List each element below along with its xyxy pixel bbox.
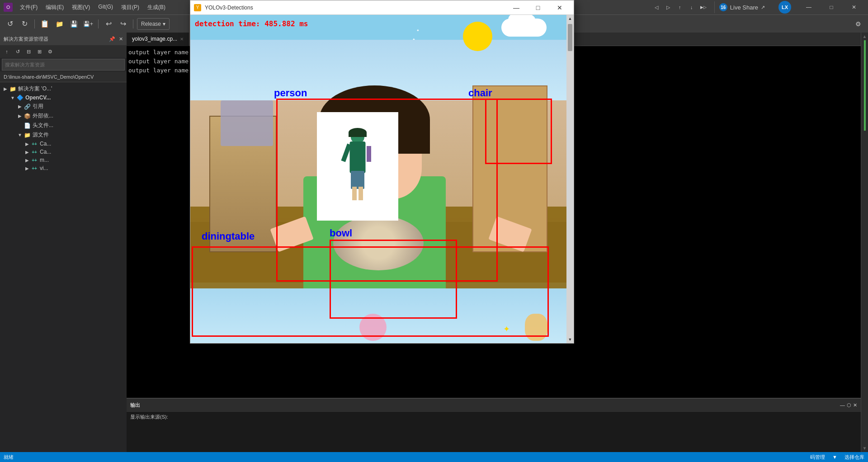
nav-up[interactable]: ↑ (675, 1, 685, 14)
cpp-icon2: ++ (31, 150, 38, 155)
toolbar-save[interactable]: 💾 (67, 18, 80, 30)
tree-solution[interactable]: ▶ 📁 解决方案 'O...' (0, 84, 127, 94)
toolbar-right: ⚙ (852, 18, 864, 30)
se-collapse[interactable]: ⊟ (24, 47, 33, 57)
nav-forward[interactable]: ▷ (663, 1, 674, 14)
tree-label: Ca... (40, 149, 51, 155)
label-chair: chair (468, 87, 492, 99)
ide-right-scrollbar: ▲ ▼ (861, 33, 868, 452)
menu-edit[interactable]: 编辑(E) (42, 2, 67, 13)
toy-basket (221, 100, 273, 146)
toolbar-undo[interactable]: ↺ (4, 18, 16, 30)
tree-headers[interactable]: ▶ 📄 头文件... (0, 121, 127, 130)
tree-arrow: ▶ (16, 113, 24, 118)
tree-m[interactable]: ▶ ++ m... (0, 156, 127, 164)
bbox-bowl (330, 240, 457, 319)
yolo-close[interactable]: ✕ (549, 1, 570, 14)
output-source-bar: 显示输出来源(S): (127, 411, 861, 422)
output-title: 输出 (130, 402, 140, 409)
output-close[interactable]: ✕ (853, 402, 857, 408)
label-diningtable: diningtable (202, 231, 255, 242)
output-minimize[interactable]: — (840, 402, 845, 408)
se-refresh[interactable]: ↺ (13, 47, 23, 57)
toolbar-redo[interactable]: ↻ (18, 18, 31, 30)
tree-arrow: ▶ (24, 158, 31, 163)
se-sync[interactable]: ↑ (2, 47, 12, 57)
release-dropdown[interactable]: Release ▾ (137, 18, 170, 30)
se-settings2[interactable]: ⚙ (45, 47, 55, 57)
tree-arrow: ▶ (24, 166, 31, 171)
star-3: ✦ (416, 28, 420, 33)
label-bowl: bowl (330, 227, 352, 239)
yolo-window-icon: Y (194, 4, 201, 11)
status-ready: 就绪 (4, 454, 14, 461)
output-panel: 输出 — ⬡ ✕ 显示输出来源(S): (127, 398, 861, 452)
tree-sources[interactable]: ▼ 📁 源文件 (0, 130, 127, 140)
tree-external[interactable]: ▶ 📦 外部依... (0, 111, 127, 121)
tree-label: 源文件 (33, 131, 49, 139)
folder-icon: 📁 (9, 86, 16, 92)
tree-arrow: ▶ (24, 150, 31, 155)
menu-git[interactable]: Git(G) (94, 2, 117, 13)
tree-vi[interactable]: ▶ ++ vi... (0, 164, 127, 172)
window-controls: ◁ ▷ ↑ ↓ ▶▷ 16 Live Share ↗ LX — □ ✕ (651, 0, 864, 14)
nav-back[interactable]: ◁ (651, 1, 662, 14)
yolo-scrollbar: ▲ ▼ (566, 15, 574, 343)
yolo-scroll-up[interactable]: ▲ (566, 15, 574, 22)
tree-references[interactable]: ▶ 🔗 引用 (0, 102, 127, 111)
toolbar-redo2[interactable]: ↪ (117, 18, 129, 30)
close-button[interactable]: ✕ (844, 0, 864, 14)
live-share-button[interactable]: 16 Live Share ↗ (714, 1, 769, 13)
label-person: person (274, 87, 307, 99)
tree-opencvproject[interactable]: ▼ 🔷 OpenCV... (0, 94, 127, 102)
scroll-up-arrow[interactable]: ▲ (861, 33, 868, 40)
close-panel-icon[interactable]: ✕ (119, 36, 123, 42)
tab-yolov3[interactable]: yolov3_image.cp... ✕ (127, 33, 189, 46)
maximize-button[interactable]: □ (821, 0, 842, 14)
tree-ca1[interactable]: ▶ ++ Ca... (0, 140, 127, 148)
toolbar-newitem[interactable]: 📋 (38, 18, 51, 30)
yolo-maximize[interactable]: □ (528, 1, 548, 14)
status-warehouse: 选择仓库 (844, 454, 864, 461)
tree-arrow: ▼ (9, 95, 16, 100)
minimize-button[interactable]: — (798, 0, 819, 14)
yolo-content: detection time: 485.882 ms ✦ ✦ ✦ ✦ ✦ (190, 15, 574, 343)
output-source-label: 显示输出来源(S): (130, 414, 168, 420)
output-float[interactable]: ⬡ (847, 402, 851, 408)
menu-file[interactable]: 文件(F) (16, 2, 41, 13)
status-right: 码管理 ▼ 选择仓库 (810, 454, 864, 461)
menu-build[interactable]: 生成(B) (144, 2, 169, 13)
toolbar-saveall[interactable]: 💾+ (82, 18, 94, 30)
release-arrow: ▾ (163, 21, 165, 27)
yolo-title-bar: Y YOLOv3-Detections — □ ✕ (190, 0, 574, 15)
nav-extra[interactable]: ▶▷ (698, 1, 709, 14)
tree-ca2[interactable]: ▶ ++ Ca... (0, 148, 127, 156)
yolo-window: Y YOLOv3-Detections — □ ✕ detection time… (190, 0, 574, 344)
yolo-scroll-down[interactable]: ▼ (566, 336, 574, 343)
pin-icon[interactable]: 📌 (109, 36, 115, 42)
tree-label: m... (40, 157, 49, 163)
toolbar-open[interactable]: 📁 (53, 18, 66, 30)
output-content (127, 422, 861, 452)
moon (463, 22, 492, 51)
tab-close-icon[interactable]: ✕ (180, 37, 184, 42)
scroll-down-arrow[interactable]: ▼ (861, 444, 868, 452)
separator-2 (98, 19, 99, 28)
left-panel: 解决方案资源管理器 📌 ✕ ↑ ↺ ⊟ ⊞ ⚙ D:\linux-share-d… (0, 33, 127, 452)
tree-label: vi... (40, 165, 48, 171)
search-input[interactable] (5, 62, 122, 67)
menu-bar: 文件(F) 编辑(E) 视图(V) Git(G) 项目(P) 生成(B) (16, 2, 169, 13)
detection-time: detection time: 485.882 ms (195, 19, 308, 28)
nav-down[interactable]: ↓ (686, 1, 697, 14)
solution-explorer-header: 解决方案资源管理器 📌 ✕ (0, 33, 127, 45)
se-toolbar: ↑ ↺ ⊟ ⊞ ⚙ (0, 45, 127, 58)
toolbar-undo2[interactable]: ↩ (102, 18, 115, 30)
yolo-minimize[interactable]: — (506, 1, 527, 14)
user-avatar[interactable]: LX (778, 1, 791, 14)
yolo-scroll-thumb[interactable] (568, 24, 572, 51)
bbox-chair (485, 99, 552, 164)
se-filter[interactable]: ⊞ (34, 47, 44, 57)
toolbar-settings[interactable]: ⚙ (852, 18, 864, 30)
menu-project[interactable]: 项目(P) (118, 2, 143, 13)
menu-view[interactable]: 视图(V) (68, 2, 94, 13)
